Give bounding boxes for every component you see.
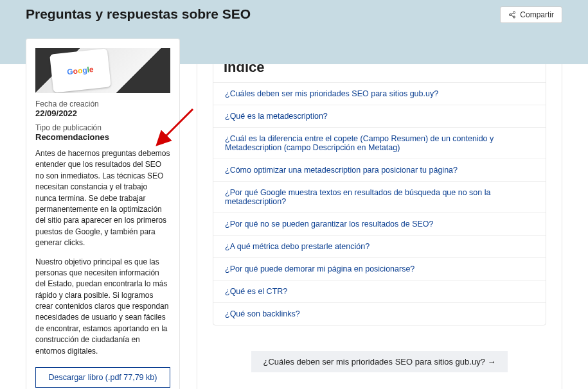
index-link[interactable]: ¿Por qué no se pueden garantizar los res… (213, 213, 546, 235)
svg-line-3 (512, 13, 513, 14)
index-item: ¿A qué métrica debo prestarle atención? (213, 236, 546, 258)
index-list: ¿Cuáles deben ser mis prioridades SEO pa… (213, 83, 546, 325)
page-title: Preguntas y respuestas sobre SEO (26, 6, 251, 22)
publication-type-label: Tipo de publicación (35, 123, 170, 132)
index-link[interactable]: ¿Cuál es la diferencia entre el copete (… (213, 128, 546, 159)
index-item: ¿Cuáles deben ser mis prioridades SEO pa… (213, 83, 546, 105)
share-icon (508, 11, 516, 19)
download-button[interactable]: Descargar libro (.pdf 77,79 kb) (35, 367, 170, 388)
thumbnail-phone: Google (49, 48, 111, 92)
index-link[interactable]: ¿Por qué puede demorar mi página en posi… (213, 258, 546, 280)
index-link[interactable]: ¿Qué es la metadescription? (213, 105, 546, 127)
svg-line-4 (512, 15, 513, 17)
next-section-button[interactable]: ¿Cuáles deben ser mis prioridades SEO pa… (251, 351, 507, 372)
publication-type-value: Recomendaciones (35, 132, 170, 142)
index-item: ¿Por qué Google muestra textos en result… (213, 182, 546, 213)
main-content: Índice ¿Cuáles deben ser mis prioridades… (197, 39, 562, 389)
description-paragraph-1: Antes de hacernos preguntas debemos ente… (35, 148, 170, 249)
description-paragraph-2: Nuestro objetivo principal es que las pe… (35, 257, 170, 358)
creation-date-value: 22/09/2022 (35, 108, 170, 118)
index-link[interactable]: ¿Qué son backlinks? (213, 303, 546, 325)
index-item: ¿Cómo optimizar una metadescription para… (213, 159, 546, 182)
sidebar: Google Fecha de creación 22/09/2022 Tipo… (26, 39, 180, 389)
index-item: ¿Qué son backlinks? (213, 303, 546, 325)
index-link[interactable]: ¿Qué es el CTR? (213, 281, 546, 302)
index-link[interactable]: ¿Cómo optimizar una metadescription para… (213, 159, 546, 181)
index-item: ¿Por qué no se pueden garantizar los res… (213, 213, 546, 236)
svg-point-0 (513, 12, 515, 13)
publication-thumbnail: Google (35, 48, 170, 93)
index-item: ¿Cuál es la diferencia entre el copete (… (213, 128, 546, 159)
share-label: Compartir (520, 10, 554, 19)
index-link[interactable]: ¿Cuáles deben ser mis prioridades SEO pa… (213, 83, 546, 105)
svg-point-2 (513, 16, 515, 18)
index-item: ¿Qué es la metadescription? (213, 105, 546, 128)
index-link[interactable]: ¿Por qué Google muestra textos en result… (213, 182, 546, 212)
index-item: ¿Qué es el CTR? (213, 281, 546, 303)
index-link[interactable]: ¿A qué métrica debo prestarle atención? (213, 236, 546, 257)
index-item: ¿Por qué puede demorar mi página en posi… (213, 258, 546, 281)
index-box: Índice ¿Cuáles deben ser mis prioridades… (213, 51, 546, 325)
creation-date-label: Fecha de creación (35, 99, 170, 108)
svg-point-1 (510, 14, 512, 16)
share-button[interactable]: Compartir (500, 6, 562, 23)
